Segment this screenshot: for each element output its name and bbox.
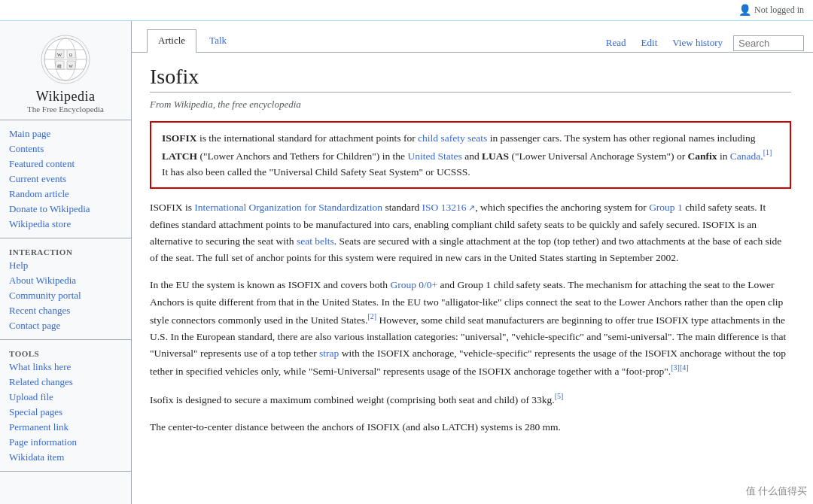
ref-1[interactable]: [1]: [763, 148, 772, 156]
link-iso[interactable]: International Organization for Standardi…: [194, 202, 382, 213]
article-tagline: From Wikipedia, the free encyclopedia: [150, 99, 791, 111]
sidebar-item-related-changes[interactable]: Related changes: [0, 375, 131, 390]
sidebar-item-main-page[interactable]: Main page: [0, 126, 131, 141]
search-box[interactable]: [733, 35, 804, 51]
article-para-3: Isofix is designed to secure a maximum c…: [150, 390, 791, 408]
interaction-items-container: HelpAbout WikipediaCommunity portalRecen…: [0, 258, 131, 333]
tabs-left: Article Talk: [132, 29, 601, 52]
sidebar-interaction-section: Interaction HelpAbout WikipediaCommunity…: [0, 238, 131, 340]
sidebar-item-random-article[interactable]: Random article: [0, 187, 131, 202]
article-para-4: The center-to-center distance between th…: [150, 419, 791, 436]
article-content: Isofix From Wikipedia, the free encyclop…: [132, 53, 809, 464]
search-input[interactable]: [738, 38, 799, 49]
link-strap[interactable]: strap: [319, 348, 339, 359]
svg-text:維: 維: [56, 64, 62, 68]
sidebar-item-community[interactable]: Community portal: [0, 288, 131, 303]
tabs-right: Read Edit View history: [601, 34, 813, 52]
user-status-label: Not logged in: [754, 5, 804, 16]
action-edit[interactable]: Edit: [637, 34, 662, 52]
ref-2[interactable]: [2]: [367, 312, 376, 320]
sidebar-item-contact[interactable]: Contact page: [0, 318, 131, 333]
tab-article[interactable]: Article: [147, 29, 196, 53]
sidebar-item-permanent-link[interactable]: Permanent link: [0, 420, 131, 435]
wikipedia-logo: W Ω 維 W: [39, 33, 92, 86]
link-seat-belts[interactable]: seat belts: [297, 235, 334, 247]
sidebar-item-recent-changes[interactable]: Recent changes: [0, 303, 131, 318]
sidebar-item-current-events[interactable]: Current events: [0, 172, 131, 187]
sidebar-nav-section: Main pageContentsFeatured contentCurrent…: [0, 120, 131, 238]
link-group00[interactable]: Group 0/0+: [390, 279, 437, 290]
article-tabs: Article Talk Read Edit View history: [132, 21, 813, 53]
user-icon: 👤: [738, 4, 751, 17]
sidebar-logo: W Ω 維 W Wikipedia The Free Encyclopedia: [0, 21, 131, 120]
tools-items-container: What links hereRelated changesUpload fil…: [0, 360, 131, 465]
article-para-1: ISOFIX is International Organization for…: [150, 199, 791, 266]
topbar: 👤 Not logged in: [0, 0, 813, 21]
sidebar-item-help[interactable]: Help: [0, 258, 131, 273]
svg-text:Ω: Ω: [69, 53, 73, 57]
lead-bold-canfix: Canfix: [688, 150, 717, 161]
sidebar-item-contents[interactable]: Contents: [0, 141, 131, 156]
user-status: 👤 Not logged in: [738, 4, 804, 17]
link-child-safety-seats[interactable]: child safety seats: [418, 132, 487, 144]
link-group1[interactable]: Group 1: [649, 202, 683, 213]
article-para-2: In the EU the system is known as ISOFIX …: [150, 277, 791, 380]
ref-3[interactable]: [3]: [671, 363, 680, 372]
lead-box: ISOFIX is the international standard for…: [150, 121, 791, 189]
sidebar-item-upload-file[interactable]: Upload file: [0, 390, 131, 405]
sidebar: W Ω 維 W Wikipedia The Free Encyclopedia …: [0, 21, 132, 504]
svg-text:W: W: [57, 52, 62, 58]
content-area: Article Talk Read Edit View history Isof…: [132, 21, 813, 504]
lead-bold-isofix: ISOFIX: [162, 132, 197, 144]
sidebar-item-featured-content[interactable]: Featured content: [0, 156, 131, 172]
action-read[interactable]: Read: [601, 34, 631, 52]
sidebar-item-store[interactable]: Wikipedia store: [0, 217, 131, 232]
interaction-label: Interaction: [0, 244, 131, 258]
tools-label: Tools: [0, 346, 131, 360]
sidebar-item-donate[interactable]: Donate to Wikipedia: [0, 202, 131, 217]
lead-text: ISOFIX is the international standard for…: [162, 130, 779, 180]
tab-talk[interactable]: Talk: [198, 29, 238, 53]
svg-text:W: W: [69, 64, 73, 68]
lead-bold-latch: LATCH: [162, 150, 197, 161]
sidebar-item-what-links[interactable]: What links here: [0, 360, 131, 375]
sidebar-item-wikidata[interactable]: Wikidata item: [0, 450, 131, 465]
wiki-title: Wikipedia: [9, 89, 122, 105]
link-iso-13216[interactable]: ISO 13216: [422, 202, 476, 213]
sidebar-tools-section: Tools What links hereRelated changesUplo…: [0, 340, 131, 472]
action-view-history[interactable]: View history: [668, 34, 727, 52]
link-united-states[interactable]: United States: [407, 150, 461, 161]
ref-4[interactable]: [4]: [680, 363, 689, 372]
sidebar-item-page-info[interactable]: Page information: [0, 435, 131, 450]
lead-bold-luas: LUAS: [482, 150, 509, 161]
sidebar-item-special-pages[interactable]: Special pages: [0, 405, 131, 420]
sidebar-item-about[interactable]: About Wikipedia: [0, 273, 131, 288]
wiki-subtitle: The Free Encyclopedia: [9, 105, 122, 114]
article-title: Isofix: [150, 65, 791, 93]
ref-5[interactable]: [5]: [555, 392, 564, 400]
nav-items-container: Main pageContentsFeatured contentCurrent…: [0, 126, 131, 232]
link-canada[interactable]: Canada: [730, 150, 760, 161]
